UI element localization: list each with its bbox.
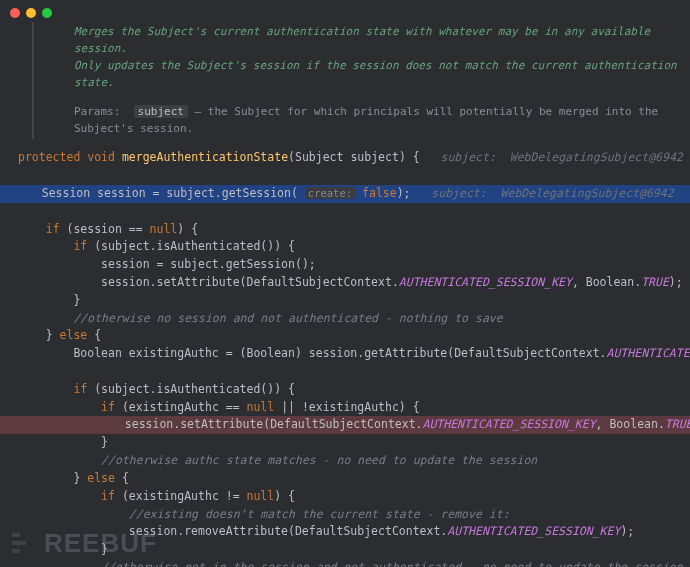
svg-rect-1: [12, 541, 26, 545]
code-line[interactable]: session.setAttribute(DefaultSubjectConte…: [14, 274, 676, 292]
code-line[interactable]: protected void mergeAuthenticationState(…: [14, 149, 676, 167]
code-line[interactable]: if (existingAuthc == null || !existingAu…: [14, 399, 676, 417]
code-line[interactable]: //otherwise not in the session and not a…: [14, 559, 676, 567]
code-line[interactable]: if (session == null) {: [14, 221, 676, 239]
code-line[interactable]: [14, 203, 676, 221]
code-area[interactable]: protected void mergeAuthenticationState(…: [0, 149, 690, 567]
minimize-icon[interactable]: [26, 8, 36, 18]
maximize-icon[interactable]: [42, 8, 52, 18]
javadoc-param-name: subject: [134, 105, 188, 118]
highlighted-line[interactable]: session.setAttribute(DefaultSubjectConte…: [0, 416, 690, 434]
code-line[interactable]: if (subject.isAuthenticated()) {: [14, 238, 676, 256]
code-line[interactable]: session = subject.getSession();: [14, 256, 676, 274]
code-line[interactable]: } else {: [14, 470, 676, 488]
close-icon[interactable]: [10, 8, 20, 18]
window-controls: [10, 8, 52, 18]
svg-rect-0: [12, 533, 20, 537]
code-line[interactable]: if (subject.isAuthenticated()) {: [14, 381, 676, 399]
logo-icon: [10, 529, 40, 559]
javadoc-block: Merges the Subject's current authenticat…: [32, 22, 690, 139]
javadoc-line: Only updates the Subject's session if th…: [74, 57, 680, 91]
javadoc-params-label: Params: subject – the Subject for which …: [74, 103, 680, 137]
code-line[interactable]: //existing doesn't match the current sta…: [14, 506, 676, 524]
code-line[interactable]: //otherwise authc state matches - no nee…: [14, 452, 676, 470]
highlighted-line[interactable]: Session session = subject.getSession( cr…: [0, 185, 690, 203]
code-line[interactable]: }: [14, 292, 676, 310]
code-line[interactable]: Boolean existingAuthc = (Boolean) sessio…: [14, 345, 676, 363]
code-line[interactable]: [14, 363, 676, 381]
watermark-text: REEBUF: [44, 528, 157, 559]
watermark: REEBUF: [10, 528, 157, 559]
svg-rect-2: [12, 549, 20, 553]
code-line[interactable]: } else {: [14, 327, 676, 345]
code-line[interactable]: //otherwise no session and not authentic…: [14, 310, 676, 328]
code-line[interactable]: if (existingAuthc != null) {: [14, 488, 676, 506]
code-line[interactable]: }: [14, 434, 676, 452]
javadoc-line: Merges the Subject's current authenticat…: [74, 23, 680, 57]
code-line[interactable]: [14, 167, 676, 185]
